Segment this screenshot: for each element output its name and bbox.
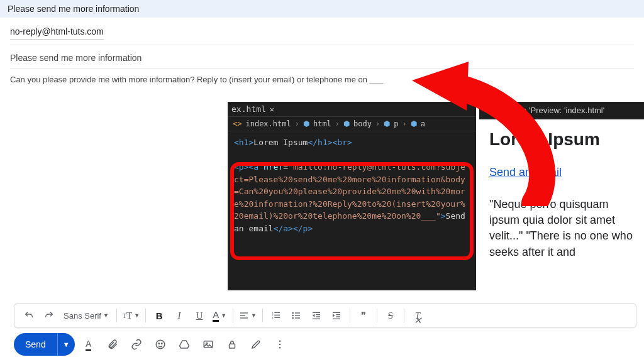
indent-less-button[interactable] — [307, 306, 326, 325]
close-icon[interactable]: ✕ — [270, 105, 274, 114]
preview-icon: ≡ — [486, 106, 491, 115]
svg-rect-11 — [295, 312, 300, 313]
code-body[interactable]: <h1>Lorem Ipsum</h1><br> <p><a href="mai… — [228, 131, 476, 239]
font-family-select[interactable]: Sans Serif▼ — [60, 306, 113, 325]
svg-rect-32 — [229, 344, 235, 348]
crumb-file[interactable]: index.html — [245, 119, 291, 128]
strikethrough-button[interactable]: S — [381, 306, 400, 325]
svg-rect-2 — [240, 315, 245, 315]
svg-marker-18 — [313, 314, 314, 317]
svg-rect-19 — [316, 316, 320, 317]
svg-rect-22 — [336, 314, 340, 315]
svg-rect-7 — [274, 315, 280, 315]
format-toolbar: Sans Serif▼ TT▼ B I U A▼ ▼ 123 ❞ S T✕ — [14, 303, 636, 328]
subject-field[interactable]: Please send me more information — [10, 45, 634, 69]
insert-signature-button[interactable] — [246, 334, 266, 354]
font-size-select[interactable]: TT▼ — [121, 306, 142, 325]
remove-formatting-button[interactable]: T✕ — [408, 306, 427, 325]
node-icon: ⬢ — [343, 119, 350, 128]
preview-content: Lorem Ipsum Send an email "Neque porro q… — [479, 119, 644, 290]
crumb-html[interactable]: html — [313, 119, 331, 128]
bold-button[interactable]: B — [150, 306, 169, 325]
redo-button[interactable] — [40, 306, 58, 325]
quote-button[interactable]: ❞ — [354, 306, 373, 325]
svg-point-34 — [279, 344, 280, 346]
send-more-button[interactable]: ▼ — [57, 333, 75, 356]
align-button[interactable]: ▼ — [237, 306, 258, 325]
compose-header-title: Please send me more information — [8, 4, 139, 14]
preview-panel: ≡ Preview: 'Preview: 'index.html' Lorem … — [479, 102, 644, 290]
svg-rect-3 — [240, 317, 248, 318]
more-options-button[interactable] — [270, 334, 290, 354]
to-value: no-reply@html-tuts.com — [10, 26, 104, 36]
insert-emoji-button[interactable] — [150, 334, 170, 354]
svg-point-35 — [279, 347, 280, 349]
editor-tab[interactable]: ex.html ✕ — [228, 102, 476, 117]
svg-rect-13 — [295, 315, 300, 315]
code-editor-panel: ex.html ✕ <> index.html › ⬢ html › ⬢ bod… — [228, 102, 476, 290]
svg-point-26 — [156, 340, 165, 349]
crumb-p[interactable]: p — [394, 119, 398, 128]
svg-rect-20 — [313, 319, 320, 319]
svg-marker-29 — [179, 341, 189, 348]
preview-tab[interactable]: ≡ Preview: 'Preview: 'index.html' — [479, 102, 644, 119]
attach-file-button[interactable] — [103, 334, 123, 354]
to-field[interactable]: no-reply@html-tuts.com — [10, 20, 104, 40]
svg-rect-9 — [274, 317, 280, 318]
node-icon: ⬢ — [303, 119, 309, 128]
preview-link[interactable]: Send an email — [489, 166, 562, 178]
underline-button[interactable]: U — [190, 306, 209, 325]
indent-more-button[interactable] — [327, 306, 346, 325]
text-color-button[interactable]: A▼ — [210, 306, 229, 325]
svg-rect-16 — [313, 312, 320, 313]
numbered-list-button[interactable]: 123 — [267, 306, 286, 325]
node-icon: ⬢ — [411, 119, 417, 128]
preview-heading: Lorem Ipsum — [489, 129, 634, 150]
svg-rect-5 — [274, 312, 280, 313]
svg-point-28 — [161, 343, 162, 344]
body-value: Can you please provide me with more info… — [10, 75, 383, 84]
svg-rect-24 — [336, 316, 340, 317]
svg-rect-25 — [333, 319, 340, 319]
crumb-a[interactable]: a — [421, 119, 425, 128]
divider — [233, 309, 233, 322]
file-icon: <> — [233, 119, 242, 128]
svg-rect-15 — [295, 317, 300, 318]
italic-button[interactable]: I — [170, 306, 189, 325]
insert-photo-button[interactable] — [198, 334, 218, 354]
svg-text:3: 3 — [272, 316, 274, 319]
node-icon: ⬢ — [384, 119, 390, 128]
divider — [404, 309, 404, 322]
subject-value: Please send me more information — [10, 53, 142, 63]
divider — [145, 309, 146, 322]
divider — [377, 309, 377, 322]
divider — [116, 309, 117, 322]
text-color-tool[interactable]: A — [79, 334, 99, 354]
svg-point-12 — [292, 315, 294, 317]
send-button-group: Send ▼ — [14, 333, 75, 356]
svg-rect-1 — [240, 312, 248, 313]
svg-point-14 — [292, 317, 294, 319]
svg-point-27 — [158, 343, 160, 344]
crumb-body[interactable]: body — [353, 119, 372, 128]
undo-button[interactable] — [19, 306, 38, 325]
svg-rect-17 — [316, 314, 320, 315]
svg-point-33 — [279, 340, 280, 342]
send-toolbar: Send ▼ A — [14, 333, 290, 356]
insert-link-button[interactable] — [126, 334, 147, 354]
bulleted-list-button[interactable] — [287, 306, 306, 325]
breadcrumb: <> index.html › ⬢ html › ⬢ body › ⬢ p › … — [228, 117, 476, 131]
insert-drive-button[interactable] — [174, 334, 194, 354]
send-button[interactable]: Send — [14, 333, 57, 356]
svg-rect-21 — [333, 312, 340, 313]
preview-quote: "Neque porro quisquam ipsum quia dolor s… — [489, 197, 634, 260]
compose-header: Please send me more information — [0, 0, 644, 18]
confidential-mode-button[interactable] — [222, 334, 242, 354]
svg-point-10 — [292, 312, 294, 314]
body-field[interactable]: Can you please provide me with more info… — [10, 69, 634, 90]
svg-marker-23 — [333, 314, 335, 317]
divider — [350, 309, 350, 322]
editor-tab-label: ex.html — [231, 104, 266, 114]
preview-tab-label: Preview: 'Preview: 'index.html' — [496, 106, 605, 115]
divider — [262, 309, 263, 322]
